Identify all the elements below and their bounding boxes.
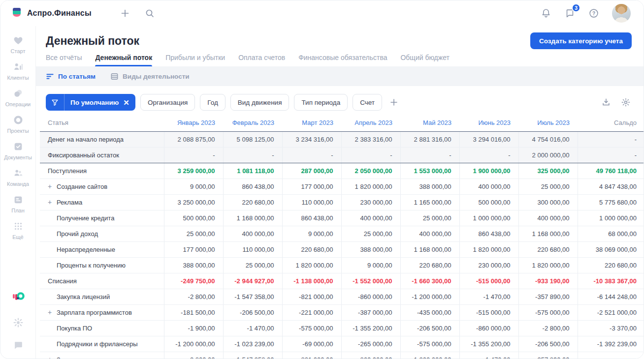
table-row[interactable]: +Реклама3 250 000,00220 680,00110 000,00… bbox=[40, 194, 644, 210]
value-cell: 25 000,00 bbox=[400, 210, 459, 226]
messages-icon[interactable]: 3 bbox=[564, 8, 576, 19]
filters-row: По умолчанию ✕ ОрганизацияГодВид движени… bbox=[36, 86, 644, 115]
expand-row-icon[interactable]: + bbox=[48, 182, 57, 190]
table-settings-gear-icon[interactable] bbox=[621, 97, 631, 107]
table-row[interactable]: Списания-249 750,00-2 944 927,00-1 138 0… bbox=[40, 273, 644, 289]
table-row[interactable]: Прочий доход25 000,00400 000,009 000,002… bbox=[40, 226, 644, 241]
table-row[interactable]: +Создание сайтов9 000,00860 438,00177 00… bbox=[40, 179, 644, 194]
value-cell: 1 820 000,00 bbox=[282, 257, 341, 273]
table-row[interactable]: Получение кредита500 000,001 168 000,008… bbox=[40, 210, 644, 226]
value-cell: -249 750,00 bbox=[164, 273, 223, 289]
app-window: Аспро.Финансы 3 ? СтартКлиентыОперацииПр… bbox=[0, 0, 644, 359]
sidebar-item-clients[interactable]: Клиенты bbox=[0, 58, 35, 84]
row-label-cell: Подрядчики и фрилансеры bbox=[40, 336, 164, 352]
value-cell: 860 438,00 bbox=[223, 179, 282, 194]
value-cell: -1 660 300,00 bbox=[400, 273, 459, 289]
brand[interactable]: Аспро.Финансы bbox=[11, 7, 92, 20]
value-cell: 1 820 000,00 bbox=[459, 241, 518, 257]
table-row[interactable]: Фиксированный остаток------2 000 000,00- bbox=[40, 147, 644, 163]
row-label: Нераспределенные bbox=[57, 246, 115, 253]
row-label-cell: Денег на начало периода bbox=[40, 131, 164, 147]
sidebar-item-label: Клиенты bbox=[7, 75, 29, 81]
tab-денежный-поток[interactable]: Денежный поток bbox=[95, 54, 152, 66]
search-icon[interactable] bbox=[145, 8, 155, 18]
table-row[interactable]: Покупка ПО-1 900,00-1 470,00-575 000,00-… bbox=[40, 320, 644, 336]
table-row[interactable]: Закупка лицензий-2 800,00-1 547 358,00-8… bbox=[40, 289, 644, 304]
value-cell: 2 088 875,00 bbox=[164, 131, 223, 147]
filter-chip[interactable]: Год bbox=[200, 94, 225, 111]
value-cell: 1 000 000,00 bbox=[459, 210, 518, 226]
more-icon bbox=[13, 220, 24, 232]
sidebar-item-projects[interactable]: Проекты bbox=[0, 111, 35, 137]
table-row[interactable]: Подрядчики и фрилансеры-1 200 000,00-1 0… bbox=[40, 336, 644, 352]
saldo-cell: 38 069 000,00 bbox=[578, 241, 644, 257]
active-filter-chip[interactable]: По умолчанию ✕ bbox=[46, 94, 135, 111]
quick-add-icon[interactable] bbox=[120, 8, 130, 18]
row-label: Поступления bbox=[48, 167, 87, 175]
value-cell: 3 250 000,00 bbox=[164, 194, 223, 210]
table-row[interactable]: +Зарплата программистов-2 800,00-1 547 3… bbox=[40, 352, 644, 359]
saldo-cell: -6 144 248,00 bbox=[578, 289, 644, 304]
sidebar-item-operations[interactable]: Операции bbox=[0, 84, 35, 111]
filter-chip[interactable]: Счет bbox=[353, 94, 382, 111]
value-cell: -387 000,00 bbox=[341, 304, 400, 320]
value-cell: 110 000,00 bbox=[223, 241, 282, 257]
notifications-bell-icon[interactable] bbox=[541, 8, 551, 19]
table-row[interactable]: Денег на начало периода2 088 875,005 098… bbox=[40, 131, 644, 147]
tab-все-отчёты[interactable]: Все отчёты bbox=[46, 54, 82, 66]
expand-row-icon[interactable]: + bbox=[48, 198, 57, 206]
sidebar-item-documents[interactable]: Документы bbox=[0, 137, 35, 164]
tab-прибыли-и-убытки[interactable]: Прибыли и убытки bbox=[165, 54, 225, 66]
value-cell: 25 000,00 bbox=[223, 257, 282, 273]
active-filter-label: По умолчанию bbox=[70, 99, 119, 106]
sidebar-item-plan[interactable]: План bbox=[0, 190, 35, 217]
expand-row-icon[interactable]: + bbox=[48, 356, 57, 359]
create-category-button[interactable]: Создать категорию учета bbox=[530, 32, 632, 49]
sidebar-item-label: Документы bbox=[4, 154, 32, 160]
settings-gear-icon[interactable] bbox=[13, 317, 24, 328]
subtab-by-articles[interactable]: По статьям bbox=[46, 72, 96, 81]
tab-оплата-счетов[interactable]: Оплата счетов bbox=[238, 54, 285, 66]
messages-badge: 3 bbox=[572, 3, 580, 12]
sidebar-item-start[interactable]: Старт bbox=[0, 31, 35, 58]
value-cell: 860 438,00 bbox=[459, 226, 518, 241]
aspro-logo-icon[interactable] bbox=[11, 291, 25, 305]
value-cell: 177 000,00 bbox=[164, 241, 223, 257]
sidebar-item-more[interactable]: Ещё bbox=[0, 217, 35, 243]
value-cell: - bbox=[164, 147, 223, 163]
filter-chip[interactable]: Вид движения bbox=[230, 94, 290, 111]
table-row[interactable]: Поступления3 259 000,001 081 118,00287 0… bbox=[40, 163, 644, 179]
clients-icon bbox=[13, 61, 24, 73]
column-header-month: Апрель 2023 bbox=[341, 115, 400, 131]
row-label: Получение кредита bbox=[57, 214, 114, 222]
value-cell: 1 081 118,00 bbox=[223, 163, 282, 179]
page-title: Денежный поток bbox=[46, 34, 139, 48]
tab-финансовые-обязательства[interactable]: Финансовые обязательства bbox=[298, 54, 387, 66]
expand-row-icon[interactable]: + bbox=[48, 308, 57, 316]
value-cell: 9 000,00 bbox=[341, 257, 400, 273]
row-label-cell: +Реклама bbox=[40, 194, 164, 210]
clear-filter-icon[interactable]: ✕ bbox=[123, 99, 129, 106]
export-download-icon[interactable] bbox=[601, 97, 611, 107]
value-cell: 500 000,00 bbox=[164, 210, 223, 226]
subtab-activity-types[interactable]: Виды деятельности bbox=[110, 72, 190, 81]
cashflow-table: Статья Январь 2023Февраль 2023Март 2023А… bbox=[40, 115, 644, 359]
team-icon bbox=[13, 167, 24, 179]
value-cell: 220 680,00 bbox=[223, 194, 282, 210]
value-cell: 9 000,00 bbox=[164, 179, 223, 194]
value-cell: -515 000,00 bbox=[459, 304, 518, 320]
user-avatar[interactable] bbox=[612, 4, 631, 23]
table-row[interactable]: +Зарплата программистов-181 500,00-206 5… bbox=[40, 304, 644, 320]
add-filter-icon[interactable] bbox=[389, 97, 399, 107]
support-chat-icon[interactable] bbox=[13, 340, 24, 351]
value-cell: 1 900 000,00 bbox=[459, 163, 518, 179]
value-cell: 25 000,00 bbox=[518, 179, 578, 194]
help-icon[interactable]: ? bbox=[588, 8, 599, 19]
value-cell: -357 890,00 bbox=[518, 352, 578, 359]
filter-chip[interactable]: Тип периода bbox=[294, 94, 348, 111]
table-row[interactable]: Нераспределенные177 000,00110 000,00220 … bbox=[40, 241, 644, 257]
sidebar-item-team[interactable]: Команда bbox=[0, 164, 35, 190]
tab-общий-бюджет[interactable]: Общий бюджет bbox=[400, 54, 449, 66]
filter-chip[interactable]: Организация bbox=[140, 94, 195, 111]
table-row[interactable]: Проценты к получению388 000,0025 000,001… bbox=[40, 257, 644, 273]
